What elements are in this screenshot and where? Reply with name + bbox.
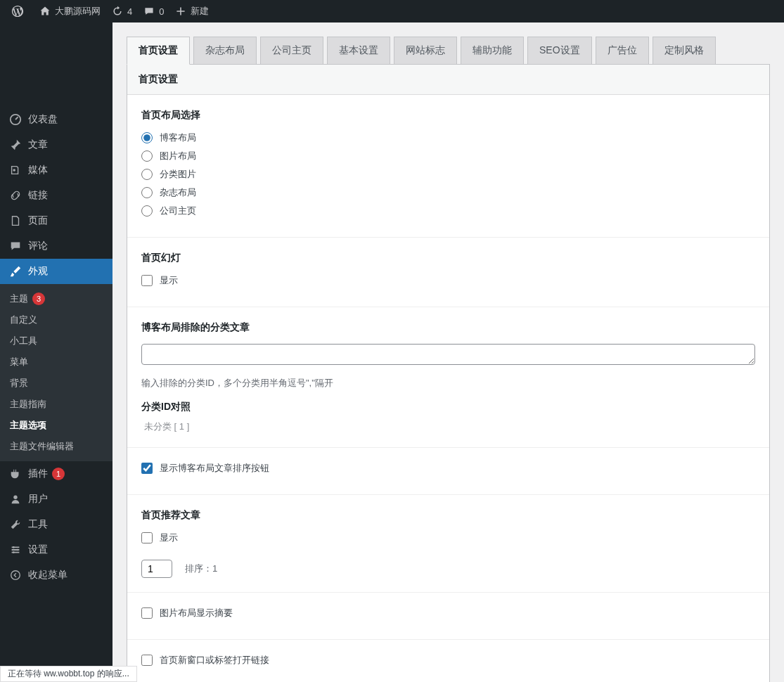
layout-radio-category-image[interactable] <box>141 169 153 180</box>
radio-label[interactable]: 博客布局 <box>160 131 196 144</box>
tab-home-settings[interactable]: 首页设置 <box>127 37 190 65</box>
exclude-categories-textarea[interactable] <box>141 344 755 365</box>
layout-radio-blog[interactable] <box>141 132 153 143</box>
menu-media[interactable]: 媒体 <box>0 157 113 183</box>
exclude-categories-field: 博客布局排除的分类文章 输入排除的分类ID，多个分类用半角逗号","隔开 分类I… <box>127 307 769 448</box>
page-icon <box>8 214 23 228</box>
submenu-themes[interactable]: 主题 3 <box>0 288 113 309</box>
tab-aux-functions[interactable]: 辅助功能 <box>461 37 524 64</box>
tab-seo-settings[interactable]: SEO设置 <box>527 37 592 64</box>
menu-settings[interactable]: 设置 <box>0 537 113 562</box>
settings-panel: 首页设置 首页布局选择 博客布局 图片布局 分类图片 杂志布局 公司主页 首页幻… <box>127 65 770 682</box>
field-title: 博客布局排除的分类文章 <box>141 321 755 334</box>
layout-radio-company[interactable] <box>141 205 153 217</box>
plus-icon <box>175 6 186 17</box>
site-name-label: 大鹏源码网 <box>55 5 101 18</box>
site-home-link[interactable]: 大鹏源码网 <box>34 0 106 22</box>
tab-site-logo[interactable]: 网站标志 <box>394 37 457 64</box>
home-slider-field: 首页幻灯 显示 <box>127 238 769 307</box>
admin-bar: 大鹏源码网 4 0 新建 <box>0 0 784 22</box>
sort-button-checkbox[interactable] <box>141 463 153 474</box>
radio-label[interactable]: 图片布局 <box>160 150 196 162</box>
comments-link[interactable]: 0 <box>138 0 169 22</box>
submenu-label: 背景 <box>10 377 28 390</box>
submenu-label: 主题指南 <box>10 398 46 411</box>
collapse-icon <box>8 568 23 582</box>
check-label[interactable]: 显示 <box>160 532 178 544</box>
slider-show-checkbox[interactable] <box>141 275 153 286</box>
svg-point-5 <box>13 551 15 553</box>
home-layout-field: 首页布局选择 博客布局 图片布局 分类图片 杂志布局 公司主页 <box>127 95 769 238</box>
radio-label[interactable]: 公司主页 <box>160 205 196 217</box>
radio-label[interactable]: 杂志布局 <box>160 186 196 199</box>
admin-sidebar: 仪表盘 文章 媒体 链接 页面 评论 外观 主题 3 <box>0 22 113 682</box>
menu-appearance[interactable]: 外观 <box>0 259 113 284</box>
layout-radio-magazine[interactable] <box>141 187 153 198</box>
submenu-label: 主题 <box>10 292 28 305</box>
menu-posts[interactable]: 文章 <box>0 132 113 157</box>
tab-basic-settings[interactable]: 基本设置 <box>327 37 390 64</box>
dashboard-icon <box>8 112 23 127</box>
link-icon <box>8 188 23 202</box>
menu-label: 设置 <box>28 543 48 556</box>
settings-tabs: 首页设置 杂志布局 公司主页 基本设置 网站标志 辅助功能 SEO设置 广告位 … <box>127 37 770 65</box>
menu-dashboard[interactable]: 仪表盘 <box>0 107 113 132</box>
submenu-widgets[interactable]: 小工具 <box>0 330 113 352</box>
tab-custom-style[interactable]: 定制风格 <box>653 37 716 64</box>
featured-number-input[interactable] <box>141 560 172 578</box>
featured-show-checkbox[interactable] <box>141 532 153 543</box>
submenu-background[interactable]: 背景 <box>0 373 113 394</box>
layout-radio-image[interactable] <box>141 150 153 162</box>
tab-magazine-layout[interactable]: 杂志布局 <box>193 37 257 64</box>
menu-label: 仪表盘 <box>28 113 58 126</box>
pin-icon <box>8 138 23 152</box>
submenu-theme-options[interactable]: 主题选项 <box>0 415 113 436</box>
appearance-submenu: 主题 3 自定义 小工具 菜单 背景 主题指南 主题选项 主题文件编辑器 <box>0 284 113 461</box>
menu-comments[interactable]: 评论 <box>0 233 113 259</box>
updates-link[interactable]: 4 <box>106 0 138 22</box>
image-summary-checkbox[interactable] <box>141 607 153 619</box>
radio-label[interactable]: 分类图片 <box>160 168 196 181</box>
updates-count: 4 <box>127 6 132 17</box>
svg-point-2 <box>13 496 17 499</box>
category-id-title: 分类ID对照 <box>141 401 755 413</box>
new-label: 新建 <box>191 5 209 18</box>
brush-icon <box>8 264 23 278</box>
submenu-customize[interactable]: 自定义 <box>0 309 113 330</box>
image-summary-field: 图片布局显示摘要 <box>127 593 769 640</box>
menu-label: 评论 <box>28 240 48 252</box>
menu-label: 用户 <box>28 493 48 506</box>
check-label[interactable]: 显示博客布局文章排序按钮 <box>160 462 269 475</box>
submenu-menus[interactable]: 菜单 <box>0 352 113 373</box>
menu-label: 外观 <box>28 265 48 278</box>
check-label[interactable]: 显示 <box>160 274 178 287</box>
menu-plugins[interactable]: 插件 1 <box>0 461 113 487</box>
field-title: 首页推荐文章 <box>141 509 755 522</box>
featured-articles-field: 首页推荐文章 显示 排序：1 <box>127 495 769 593</box>
menu-users[interactable]: 用户 <box>0 487 113 512</box>
comments-count: 0 <box>159 6 164 17</box>
submenu-theme-guide[interactable]: 主题指南 <box>0 394 113 415</box>
submenu-label: 小工具 <box>10 335 37 347</box>
new-window-checkbox[interactable] <box>141 655 153 666</box>
wp-logo[interactable] <box>6 0 34 22</box>
update-badge: 1 <box>52 468 65 480</box>
update-badge: 3 <box>32 292 45 305</box>
menu-collapse[interactable]: 收起菜单 <box>0 562 113 588</box>
exclude-hint: 输入排除的分类ID，多个分类用半角逗号","隔开 <box>141 377 755 390</box>
submenu-theme-editor[interactable]: 主题文件编辑器 <box>0 436 113 457</box>
submenu-label: 自定义 <box>10 314 37 326</box>
tab-company-home[interactable]: 公司主页 <box>260 37 323 64</box>
svg-point-3 <box>13 546 15 548</box>
browser-status-bar: 正在等待 ww.wobbt.top 的响应... <box>0 666 137 682</box>
featured-order-label: 排序：1 <box>185 562 217 575</box>
menu-links[interactable]: 链接 <box>0 183 113 208</box>
tab-ads[interactable]: 广告位 <box>596 37 649 64</box>
field-title: 首页布局选择 <box>141 109 755 122</box>
check-label[interactable]: 图片布局显示摘要 <box>160 607 233 619</box>
new-content-link[interactable]: 新建 <box>169 0 214 22</box>
menu-pages[interactable]: 页面 <box>0 208 113 233</box>
check-label[interactable]: 首页新窗口或标签打开链接 <box>160 654 269 667</box>
menu-tools[interactable]: 工具 <box>0 512 113 537</box>
category-id-text: 未分类 [ 1 ] <box>144 420 755 433</box>
